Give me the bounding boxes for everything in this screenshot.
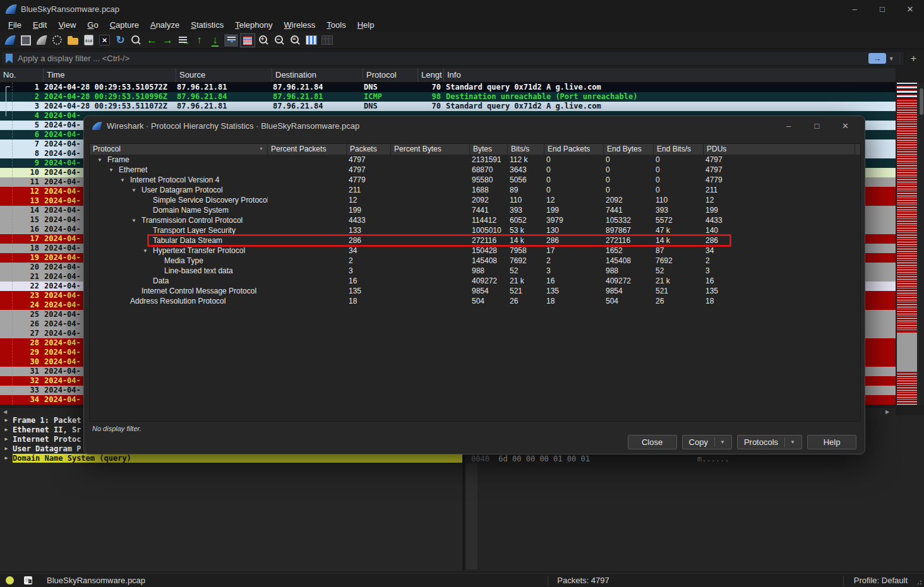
menu-file[interactable]: File <box>3 19 27 31</box>
column-header-info[interactable]: Info <box>443 68 896 82</box>
find-packet-icon[interactable] <box>129 33 143 48</box>
menu-view[interactable]: View <box>52 19 81 31</box>
protocol-row-simple-service-discovery-protocol[interactable]: Simple Service Discovery Protocol0.3120.… <box>90 195 860 205</box>
column-header-no[interactable]: No. <box>0 68 43 82</box>
protocol-row-domain-name-system[interactable]: Domain Name System4.11990.37441393199744… <box>90 205 860 215</box>
menu-wireless[interactable]: Wireless <box>279 19 321 31</box>
packet-row-2[interactable]: 22024-04-28 00:29:53.510996Z87.96.21.848… <box>0 92 896 102</box>
reload-icon[interactable]: ↻ <box>113 33 128 48</box>
protocol-row-internet-control-message-protocol[interactable]: Internet Control Message Protocol2.81350… <box>90 286 860 296</box>
copy-button[interactable]: Copy▼ <box>682 435 732 449</box>
column-header-lengt[interactable]: Lengt <box>417 68 443 82</box>
scrollbar-handle[interactable] <box>920 88 923 115</box>
protocol-row-frame[interactable]: ▼Frame100.04797100.02131591112 k0004797 <box>90 155 860 165</box>
stat-column-header-protocol[interactable]: Protocol▼ <box>90 144 268 155</box>
colorize-icon[interactable] <box>240 33 255 47</box>
resize-grip[interactable] <box>915 578 923 586</box>
go-forward-icon[interactable]: → <box>160 33 175 48</box>
stat-column-header-bytes[interactable]: Bytes <box>470 144 508 155</box>
stat-column-header-end-bytes[interactable]: End Bytes <box>604 144 654 155</box>
expand-arrow-icon[interactable]: ▶ <box>0 436 13 442</box>
wireshark-fin-icon[interactable] <box>3 33 17 48</box>
menu-edit[interactable]: Edit <box>27 19 52 31</box>
stat-column-header-packets[interactable]: Packets <box>347 144 391 155</box>
filter-dropdown-caret[interactable]: ▼ <box>887 53 900 64</box>
go-last-icon[interactable]: ↓ <box>208 33 222 48</box>
close-dialog-button[interactable]: Close <box>628 435 677 449</box>
menu-go[interactable]: Go <box>81 19 104 31</box>
capture-comment-icon[interactable] <box>24 576 32 584</box>
zoom-out-icon[interactable]: − <box>272 33 287 48</box>
protocols-dropdown-caret[interactable]: ▼ <box>784 437 795 447</box>
protocol-row-transmission-control-protocol[interactable]: ▼Transmission Control Protocol92.444335.… <box>90 215 860 225</box>
column-header-time[interactable]: Time <box>43 68 176 82</box>
menu-analyze[interactable]: Analyze <box>145 19 185 31</box>
stop-capture-icon[interactable] <box>18 33 33 48</box>
add-filter-button[interactable]: + <box>907 53 924 64</box>
menu-tools[interactable]: Tools <box>321 19 351 31</box>
stat-column-header-end-packets[interactable]: End Packets <box>544 144 604 155</box>
go-first-icon[interactable]: ↑ <box>192 33 207 48</box>
menu-capture[interactable]: Capture <box>104 19 145 31</box>
zoom-in-icon[interactable]: + <box>256 33 271 48</box>
protocol-row-ethernet[interactable]: ▼Ethernet100.047973.26887036430004797 <box>90 165 860 175</box>
bookmark-icon[interactable] <box>6 54 13 63</box>
stat-column-header-percent-bytes[interactable]: Percent Bytes <box>391 144 470 155</box>
stat-column-header-pdus[interactable]: PDUs <box>704 144 855 155</box>
apply-filter-button[interactable]: → <box>868 53 886 64</box>
column-header-source[interactable]: Source <box>176 68 272 82</box>
close-button[interactable]: ✕ <box>896 0 924 18</box>
stat-column-header-end-bits-s[interactable]: End Bits/s <box>654 144 704 155</box>
hex-pane-scrollbar[interactable] <box>466 463 477 569</box>
expand-arrow-icon[interactable]: ▶ <box>0 446 13 451</box>
maximize-button[interactable]: □ <box>868 0 896 18</box>
protocol-row-media-type[interactable]: Media Type0.026.81454087692214540876922 <box>90 256 860 266</box>
packet-minimap[interactable] <box>897 83 917 405</box>
menu-statistics[interactable]: Statistics <box>185 19 229 31</box>
go-back-icon[interactable]: ← <box>145 33 159 48</box>
expert-info-icon[interactable] <box>6 576 14 584</box>
packet-row-1[interactable]: 12024-04-28 00:29:53.510572Z87.96.21.818… <box>0 83 896 92</box>
resize-columns-icon[interactable] <box>304 33 318 48</box>
dialog-maximize-button[interactable]: □ <box>803 116 831 135</box>
dialog-minimize-button[interactable]: – <box>774 116 803 135</box>
packet-list-scrollbar[interactable] <box>918 83 924 405</box>
protocol-row-internet-protocol-version-4[interactable]: ▼Internet Protocol Version 499.647794.59… <box>90 175 860 185</box>
display-filter-field[interactable]: → ▼ <box>1 51 904 66</box>
column-header-protocol[interactable]: Protocol <box>363 68 417 82</box>
save-file-icon[interactable] <box>81 33 96 48</box>
display-filter-input[interactable] <box>18 54 868 63</box>
expand-arrow-icon[interactable]: ▶ <box>0 455 13 461</box>
help-button[interactable]: Help <box>807 435 856 449</box>
stat-column-header-percent-packets[interactable]: Percent Packets <box>268 144 347 155</box>
tree-expand-arrow-icon[interactable]: ▼ <box>109 167 119 173</box>
menu-telephony[interactable]: Telephony <box>229 19 278 31</box>
tree-expand-arrow-icon[interactable]: ▼ <box>131 187 141 193</box>
tree-expand-arrow-icon[interactable]: ▼ <box>97 157 107 163</box>
stat-column-header-bits-s[interactable]: Bits/s <box>508 144 544 155</box>
hex-row[interactable]: 0040 6d 00 00 00 01 00 01m...... <box>471 454 590 463</box>
capture-options-icon[interactable] <box>50 33 64 48</box>
copy-dropdown-caret[interactable]: ▼ <box>714 437 725 447</box>
protocol-row-line-based-text-data[interactable]: Line-based text data0.130.0988523988523 <box>90 266 860 276</box>
protocol-row-address-resolution-protocol[interactable]: Address Resolution Protocol0.4180.050426… <box>90 296 860 306</box>
status-profile[interactable]: Profile: Default <box>854 576 908 585</box>
open-file-icon[interactable] <box>66 33 80 48</box>
packet-row-3[interactable]: 32024-04-28 00:29:53.511072Z87.96.21.818… <box>0 102 896 111</box>
detail-item[interactable]: ▶Domain Name System (query) <box>0 453 462 463</box>
protocol-row-data[interactable]: Data0.31619.240927221 k1640927221 k16 <box>90 276 860 286</box>
restart-capture-icon[interactable] <box>34 33 49 48</box>
protocol-row-user-datagram-protocol[interactable]: ▼User Datagram Protocol4.42110.116888900… <box>90 185 860 195</box>
menu-help[interactable]: Help <box>352 19 380 31</box>
protocol-row-hypertext-transfer-protocol[interactable]: ▼Hypertext Transfer Protocol0.7347.11504… <box>90 246 860 256</box>
close-capture-icon[interactable]: × <box>97 33 112 48</box>
minimize-button[interactable]: – <box>841 0 868 18</box>
zoom-original-icon[interactable]: = <box>288 33 303 48</box>
tree-expand-arrow-icon[interactable]: ▼ <box>143 248 153 254</box>
tree-expand-arrow-icon[interactable]: ▼ <box>120 177 130 183</box>
tree-expand-arrow-icon[interactable]: ▼ <box>131 218 141 223</box>
dialog-close-button[interactable]: ✕ <box>831 116 860 135</box>
expand-arrow-icon[interactable]: ▶ <box>0 417 13 423</box>
go-to-packet-icon[interactable]: → <box>176 33 191 48</box>
capture-interfaces-icon[interactable] <box>320 33 334 48</box>
